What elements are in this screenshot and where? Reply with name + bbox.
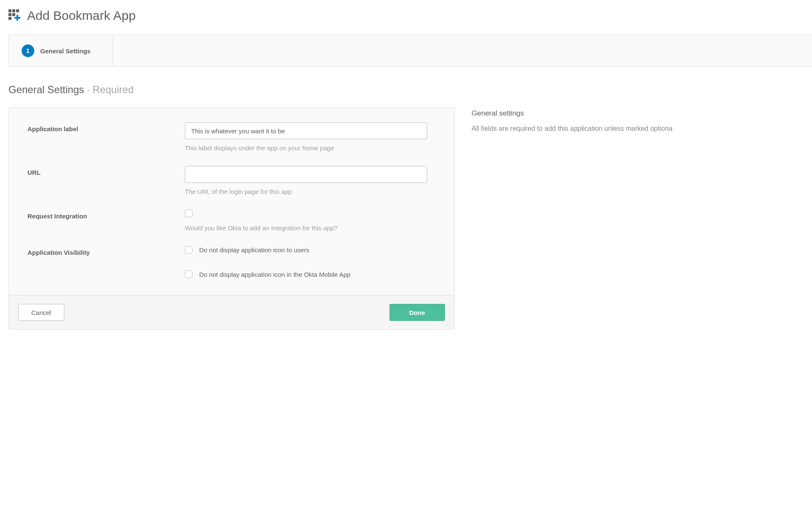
step-number-badge: 1 — [22, 44, 34, 57]
section-title-text: General Settings — [8, 84, 84, 95]
svg-rect-1 — [12, 9, 15, 12]
request-integration-help: Would you like Okta to add an integratio… — [185, 224, 436, 232]
svg-rect-7 — [14, 17, 20, 19]
url-help: The URL of the login page for this app — [185, 188, 436, 195]
wizard-steps: 1 General Settings — [8, 35, 812, 67]
sidebar-help-text: All fields are required to add this appl… — [472, 124, 812, 134]
section-title-qualifier: Required — [93, 84, 134, 95]
svg-rect-2 — [16, 9, 19, 12]
visibility-mobile-checkbox[interactable] — [185, 270, 192, 278]
request-integration-checkbox[interactable] — [185, 210, 192, 217]
svg-rect-4 — [12, 13, 15, 16]
svg-rect-0 — [8, 9, 11, 12]
url-label: URL — [27, 166, 185, 176]
wizard-step-general-settings[interactable]: 1 General Settings — [9, 35, 113, 66]
visibility-users-label: Do not display application icon to users — [199, 246, 309, 254]
page-header: Add Bookmark App — [8, 8, 812, 23]
sidebar-help: General settings All fields are required… — [472, 108, 812, 134]
section-title: General Settings · Required — [8, 84, 812, 96]
general-settings-form: Application label This label displays un… — [8, 108, 455, 330]
cancel-button[interactable]: Cancel — [18, 304, 64, 321]
application-label-input[interactable] — [185, 122, 427, 139]
step-label: General Settings — [40, 47, 91, 55]
wizard-step-empty — [113, 35, 812, 66]
app-grid-plus-icon — [8, 9, 21, 22]
application-visibility-label: Application Visibility — [27, 246, 185, 256]
form-footer: Cancel Done — [9, 295, 454, 329]
svg-rect-3 — [8, 13, 11, 16]
visibility-users-checkbox[interactable] — [185, 246, 192, 254]
done-button[interactable]: Done — [390, 304, 445, 321]
page-title: Add Bookmark App — [27, 8, 136, 23]
visibility-mobile-label: Do not display application icon in the O… — [199, 271, 351, 278]
application-label-help: This label displays under the app on you… — [185, 144, 436, 152]
sidebar-help-title: General settings — [472, 109, 812, 118]
section-title-separator: · — [84, 84, 93, 95]
url-input[interactable] — [185, 166, 427, 183]
request-integration-label: Request Integration — [27, 210, 185, 220]
application-label-label: Application label — [27, 122, 185, 132]
svg-rect-5 — [8, 17, 11, 20]
